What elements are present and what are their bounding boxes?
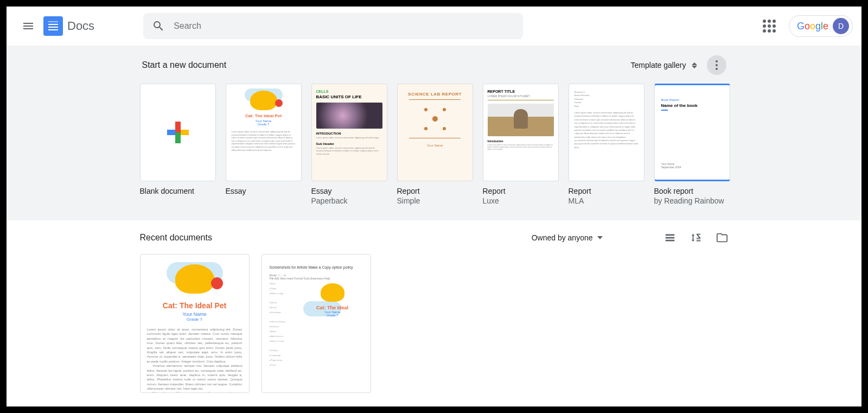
app-name: Docs <box>67 19 94 33</box>
recent-document[interactable]: Screenshots for Article Make a Copy opti… <box>261 254 371 393</box>
template-subtitle: by Reading Rainbow <box>654 196 730 205</box>
template-subtitle: Simple <box>397 196 473 205</box>
recent-row: Cat: The Ideal Pet Your Name Grade 7 Lor… <box>140 254 729 393</box>
template-report-luxe[interactable]: REPORT TITLE LOREM IPSUM DOLOR SIT AMET … <box>483 84 559 205</box>
apps-grid-icon <box>763 20 776 33</box>
recent-section: Recent documents Owned by anyone Cat: Th… <box>7 220 861 404</box>
google-apps-button[interactable] <box>758 15 780 37</box>
template-subtitle: Luxe <box>483 196 559 205</box>
sort-button[interactable] <box>690 231 703 244</box>
template-gallery-button[interactable]: Template gallery <box>631 61 697 69</box>
folder-icon <box>716 232 728 244</box>
app-header: Docs Google D <box>7 7 861 46</box>
template-name: Essay <box>226 187 302 195</box>
more-vert-icon <box>716 60 718 70</box>
template-name: Report <box>569 187 644 195</box>
header-right: Google D <box>758 15 853 37</box>
templates-header: Start a new document Template gallery <box>140 55 729 75</box>
template-subtitle: Paperback <box>311 196 387 205</box>
list-view-button[interactable] <box>663 231 676 244</box>
recent-title: Recent documents <box>140 233 212 243</box>
user-avatar: D <box>833 18 849 34</box>
search-icon <box>152 20 165 33</box>
template-subtitle: MLA <box>569 196 644 205</box>
template-report-simple[interactable]: SCIENCE LAB REPORT Your Name Report Simp… <box>397 84 473 205</box>
file-picker-button[interactable] <box>716 231 729 244</box>
account-button[interactable]: Google D <box>789 15 853 37</box>
sort-az-icon <box>690 232 702 244</box>
owner-filter-label: Owned by anyone <box>532 233 593 242</box>
templates-title: Start a new document <box>142 60 227 70</box>
search-input[interactable] <box>174 21 514 31</box>
main-menu-button[interactable] <box>15 13 41 39</box>
hamburger-icon <box>22 20 35 33</box>
template-report-mla[interactable]: Surname 1Name SurnameInstructorCourseDat… <box>569 84 644 205</box>
template-name: Report <box>483 187 559 195</box>
template-essay[interactable]: Cat: The Ideal Pet Your Name Grade 7 Lor… <box>226 84 302 205</box>
owner-filter-dropdown[interactable]: Owned by anyone <box>525 233 609 242</box>
google-wordmark: Google <box>797 21 828 32</box>
template-name: Book report <box>654 187 730 195</box>
unfold-icon <box>692 62 697 68</box>
template-essay-paperback[interactable]: CELLS BASIC UNITS OF LIFE INTRODUCTION L… <box>311 84 387 205</box>
recent-header: Recent documents Owned by anyone <box>140 231 729 244</box>
view-actions <box>663 231 729 244</box>
template-blank[interactable]: Blank document <box>140 84 216 205</box>
templates-more-button[interactable] <box>707 55 726 75</box>
templates-section: Start a new document Template gallery Bl… <box>7 46 861 220</box>
docs-logo-icon <box>43 16 63 36</box>
list-icon <box>664 232 676 244</box>
template-name: Essay <box>311 187 387 195</box>
search-bar[interactable] <box>143 13 523 39</box>
caret-down-icon <box>597 236 603 239</box>
recent-document[interactable]: Cat: The Ideal Pet Your Name Grade 7 Lor… <box>140 254 250 393</box>
template-name: Report <box>397 187 473 195</box>
template-gallery-label: Template gallery <box>631 61 686 69</box>
app-logo-area[interactable]: Docs <box>43 16 94 36</box>
template-book-report[interactable]: Book Report Name of the book Your NameSe… <box>654 84 730 205</box>
plus-icon <box>167 122 189 143</box>
templates-row: Blank document Cat: The Ideal Pet Your N… <box>140 84 729 205</box>
template-name: Blank document <box>140 187 216 195</box>
